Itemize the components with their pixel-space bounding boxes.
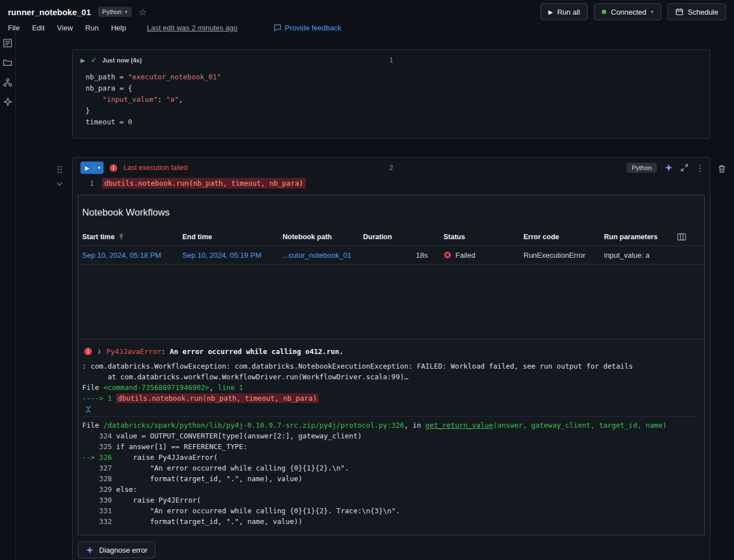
error-headline-text: Py4JJavaError: An error occurred while c… [106,346,343,357]
assistant-sparkle-icon [86,546,94,554]
traceback-expander[interactable] [82,404,699,414]
kebab-menu-icon[interactable]: ⋮ [696,164,704,172]
traceback-frame-1: : com.databricks.WorkflowException: com.… [82,361,699,404]
chevron-down-icon: ▾ [651,9,654,15]
error-code-value: RunExecutionError [523,251,604,259]
workflow-table-row: Sep 10, 2024, 05:18 PM Sep 10, 2024, 05:… [78,245,704,265]
sort-ascending-icon [118,234,124,240]
menu-help[interactable]: Help [105,24,132,32]
drag-handle-icon[interactable] [57,165,62,174]
chevron-down-icon: ▾ [125,9,128,15]
table-of-contents-icon[interactable] [3,38,12,48]
provide-feedback-link[interactable]: Provide feedback [274,24,341,32]
status-badge: Failed [444,251,523,259]
menu-file[interactable]: File [8,24,26,32]
col-end-time[interactable]: End time [182,233,283,241]
cell1-header: ▶ ✓ Just now (4s) 1 [73,50,710,70]
language-label: Python [102,8,122,15]
cell2-wrapper: ▶ ▾ Last execution failed 2 Python [72,157,710,560]
cluster-connected-dropdown[interactable]: Connected ▾ [594,3,661,20]
left-icon-rail [0,32,16,560]
col-run-parameters[interactable]: Run parameters [604,233,677,241]
schedule-label: Schedule [688,8,718,16]
collapse-cell-chevron-icon[interactable] [56,182,63,186]
schedule-button[interactable]: Schedule [668,3,726,20]
code-cell-1: ▶ ✓ Just now (4s) 1 nb_path = "executor_… [72,50,710,138]
cell-language-badge[interactable]: Python [626,163,657,173]
col-duration[interactable]: Duration [363,233,444,241]
speech-bubble-icon [274,24,281,32]
cell2-code-editor[interactable]: dbutils.notebook.run(nb_path, timeout, n… [102,178,306,189]
feedback-label: Provide feedback [285,24,341,32]
notebook-title: runner_noteboke_01 [8,7,91,17]
header-actions: ▶ Run all Connected ▾ Schedule [540,3,726,20]
run-all-button[interactable]: ▶ Run all [540,3,588,20]
calendar-icon [675,8,683,16]
notebook-language-selector[interactable]: Python ▾ [98,7,132,17]
col-notebook-path[interactable]: Notebook path [283,233,363,241]
cell2-code-row: 1 dbutils.notebook.run(nb_path, timeout,… [73,178,710,192]
error-info-icon [109,164,118,172]
expand-fullscreen-icon[interactable] [681,164,688,172]
cell2-header-actions: Python ⋮ [626,163,704,173]
diagnose-error-label: Diagnose error [99,546,147,554]
menu-view[interactable]: View [51,24,79,32]
assistant-sparkle-icon[interactable] [664,163,673,172]
cell1-run-status: Just now (4s) [102,57,142,64]
notebook-path-link[interactable]: ...cutor_notebook_01 [283,251,363,259]
delete-cell-trash-icon[interactable] [718,164,726,173]
success-check-icon: ✓ [91,56,96,64]
col-error-code[interactable]: Error code [523,233,604,241]
last-edit-link[interactable]: Last edit was 2 minutes ago [147,24,238,32]
chevron-down-icon: ▾ [94,165,104,171]
traceback-divider [82,416,699,416]
error-info-icon [84,347,92,356]
line-number-gutter: 1 [73,178,102,189]
failed-x-icon [444,251,451,259]
run-cell-split-button[interactable]: ▶ ▾ [80,162,104,174]
title-row: runner_noteboke_01 Python ▾ ☆ ▶ Run all … [8,3,726,20]
cell2-number: 2 [390,164,393,172]
run-all-label: Run all [557,8,580,16]
connected-status-dot [602,10,606,14]
connected-label: Connected [611,8,646,16]
play-icon: ▶ [80,165,94,171]
notebook-body: ▶ ✓ Just now (4s) 1 nb_path = "executor_… [16,32,734,560]
lineage-graph-icon[interactable] [3,78,12,87]
end-time-link[interactable]: Sep 10, 2024, 05:19 PM [182,251,283,259]
workflow-table-header: Start time End time Notebook path Durati… [78,229,704,245]
cell1-number: 1 [390,56,393,64]
assistant-sparkle-icon[interactable] [3,97,12,106]
col-start-time[interactable]: Start time [82,233,182,241]
expand-traceback-chevron-icon[interactable]: ❯ [97,348,101,355]
menu-edit[interactable]: Edit [26,24,51,32]
favorite-star-icon[interactable]: ☆ [138,7,146,17]
run-parameters-value: input_value: a [604,251,677,259]
duration-value: 18s [363,251,444,259]
notebook-header: runner_noteboke_01 Python ▾ ☆ ▶ Run all … [0,0,734,32]
col-status[interactable]: Status [444,233,523,241]
column-settings-icon[interactable] [677,233,704,241]
run-cell-icon[interactable]: ▶ [80,57,85,64]
start-time-link[interactable]: Sep 10, 2024, 05:18 PM [82,251,182,259]
table-empty-area [78,265,704,339]
traceback-frame-2: File /databricks/spark/python/lib/py4j-0… [82,420,699,527]
cell1-code-editor[interactable]: nb_path = "executor_notebook_01"nb_para … [73,70,710,138]
error-traceback: ❯ Py4JJavaError: An error occurred while… [78,339,704,535]
menu-run[interactable]: Run [79,24,105,32]
play-icon: ▶ [548,9,553,15]
code-cell-2: ▶ ▾ Last execution failed 2 Python [72,157,710,560]
error-headline: ❯ Py4JJavaError: An error occurred while… [82,344,699,361]
cell2-output: Notebook Workflows Start time End time N… [78,195,705,535]
diagnose-error-button[interactable]: Diagnose error [78,541,155,558]
workflows-title: Notebook Workflows [78,195,704,229]
folder-icon[interactable] [3,58,12,68]
cell2-run-status: Last execution failed [123,164,187,172]
cell2-header: ▶ ▾ Last execution failed 2 Python [73,158,710,178]
